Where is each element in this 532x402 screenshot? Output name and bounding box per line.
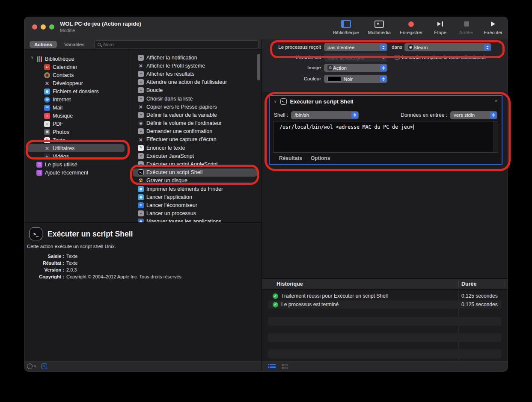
field-key: Copyright :: [24, 273, 64, 280]
action-item-definir-le-volume-de-l-ordinateur[interactable]: ◉Définir le volume de l’ordinateur: [133, 119, 257, 127]
sidebar-item-pdf[interactable]: ≡PDF: [28, 120, 125, 128]
action-item-afficher-les-resultats[interactable]: ▪Afficher les résultats: [133, 70, 257, 78]
action-item-lancer-l-application[interactable]: ☻Lancer l’application: [133, 193, 257, 201]
results-button[interactable]: Résultats: [279, 155, 302, 161]
action-item-boucle[interactable]: ▪Boucle: [133, 86, 257, 95]
color-select[interactable]: Noir: [324, 75, 387, 83]
action-item-lancer-l-economiseur[interactable]: ≈Lancer l’économiseur: [133, 201, 257, 209]
ellipsis-circle-icon[interactable]: …: [27, 364, 33, 369]
toolbar-button-bibliotheque[interactable]: Bibliothèque: [333, 18, 359, 36]
history-row[interactable]: ✓Le processus est terminé0,125 secondes: [268, 300, 502, 309]
stack-view-icon[interactable]: [282, 364, 288, 369]
action-item-executer-javascript[interactable]: ▪Exécuter JavaScript: [133, 152, 257, 160]
automator-icon: ▪: [138, 96, 144, 102]
action-item-demander-une-confirmation[interactable]: ▪Demander une confirmation: [133, 127, 257, 136]
tab-variables[interactable]: Variables: [59, 41, 89, 48]
sidebar-item-bibliotheque[interactable]: ∨Bibliothèque: [28, 55, 125, 63]
sidebar-item-label: Vidéos: [53, 154, 69, 160]
toolbar-button-arreter[interactable]: Arrêter: [458, 18, 475, 36]
screensaver-icon: ≈: [138, 202, 144, 208]
sidebar-item-utilitaires[interactable]: ×Utilitaires: [28, 144, 125, 152]
scrollbar-thumb[interactable]: [257, 54, 260, 80]
sidebar-item-videos[interactable]: ▶Vidéos: [28, 152, 125, 160]
sidebar-item-label: Développeur: [53, 80, 83, 86]
action-item-executer-un-script-applescript[interactable]: ▪Exécuter un script AppleScript: [133, 160, 257, 168]
action-item-executer-un-script-shell[interactable]: >_Exécuter un script Shell: [133, 168, 257, 177]
action-item-definir-la-valeur-de-la-variable[interactable]: ▪Définir la valeur de la variable: [133, 111, 257, 119]
library-columns: ∨Bibliothèque17Calendrier☻Contacts×Dével…: [24, 50, 262, 222]
sidebar-item-mail[interactable]: ✉Mail: [28, 103, 125, 112]
script-editor[interactable]: /usr/local/bin/wol <adresse MAC du PC de…: [273, 121, 498, 153]
utilities-icon: ×: [138, 104, 144, 110]
stepper-icon: [380, 54, 386, 61]
history-header: Historique Durée: [262, 278, 508, 290]
search-input[interactable]: Nom: [94, 40, 259, 48]
workflow-receives-select[interactable]: pas d’entrée: [324, 43, 387, 51]
sidebar-item-developpeur[interactable]: ×Développeur: [28, 79, 125, 87]
sidebar-item-photos[interactable]: ▣Photos: [28, 128, 125, 136]
image-label: Image: [262, 64, 321, 72]
action-item-label: Exécuter un script AppleScript: [146, 161, 218, 167]
minimize-window-button[interactable]: [41, 24, 46, 30]
sidebar-item-label: Texte: [53, 137, 65, 143]
close-window-button[interactable]: [32, 24, 37, 30]
sidebar-item-internet[interactable]: ⊕Internet: [28, 95, 125, 103]
action-block-controls: Shell : /bin/sh Données en entrée : vers…: [270, 110, 502, 120]
action-item-afficher-la-notification[interactable]: ▪Afficher la notification: [133, 53, 257, 62]
action-description-panel: >_ Exécuter un script Shell Cette action…: [24, 222, 262, 361]
screen: WOL PC-de-jeu (Action rapide) Modifié Bi…: [0, 0, 532, 402]
image-select[interactable]: ⊖ Action: [324, 64, 387, 72]
sidebar-item-ajoute-recemment[interactable]: ▢Ajouté récemment: [28, 168, 125, 177]
close-icon[interactable]: ×: [494, 98, 498, 104]
action-item-masquer-toutes-les-applications[interactable]: ☻Masquer toutes les applications: [133, 218, 257, 222]
toolbar-button-multimedia[interactable]: Multimédia: [368, 18, 391, 36]
media-browser-icon: [374, 18, 384, 30]
disclosure-chevron-icon[interactable]: ∨: [31, 55, 34, 59]
toolbar-button-label: Bibliothèque: [333, 30, 359, 36]
variables-toggle-icon[interactable]: ∨: [42, 364, 47, 369]
zoom-window-button[interactable]: [49, 24, 54, 30]
automator-icon: ▪: [138, 79, 144, 85]
shell-select[interactable]: /bin/sh: [291, 111, 359, 119]
music-icon: ♪: [44, 113, 50, 119]
action-item-attendre-une-action-de-l-utilisateur[interactable]: ▪Attendre une action de l’utilisateur: [133, 78, 257, 86]
options-button[interactable]: Options: [311, 155, 330, 161]
column-divider[interactable]: [505, 281, 505, 287]
application-select[interactable]: ◉ Steam: [404, 43, 491, 51]
sidebar-item-le-plus-utilise[interactable]: ▢Le plus utilisé: [28, 160, 125, 168]
sidebar-item-musique[interactable]: ♪Musique: [28, 112, 125, 120]
action-item-effectuer-une-capture-d-ecran[interactable]: ×Effectuer une capture d’écran: [133, 136, 257, 144]
action-item-copier-vers-le-presse-papiers[interactable]: ×Copier vers le Presse-papiers: [133, 103, 257, 111]
sidebar-item-calendrier[interactable]: 17Calendrier: [28, 63, 125, 71]
action-item-enoncer-le-texte[interactable]: ✎Énoncer le texte: [133, 144, 257, 152]
toolbar-button-enregistrer[interactable]: Enregistrer: [400, 18, 423, 36]
color-row: Couleur Noir: [262, 75, 508, 83]
script-scrollbar[interactable]: [493, 121, 498, 152]
photos-icon: ▣: [44, 129, 50, 135]
action-item-imprimer-les-elements-du-finder[interactable]: ☻Imprimer les éléments du Finder: [133, 185, 257, 193]
automator-icon: ▪: [138, 112, 144, 118]
toolbar-button-executer[interactable]: Exécuter: [484, 18, 502, 36]
chevron-down-icon[interactable]: ∨: [34, 364, 36, 368]
output-replaces-checkbox[interactable]: [395, 55, 400, 60]
history-row-text: Traitement réussi pour Exécuter un scrip…: [281, 293, 388, 299]
action-item-choisir-dans-la-liste[interactable]: ▪Choisir dans la liste: [133, 95, 257, 103]
history-row[interactable]: ✓Traitement réussi pour Exécuter un scri…: [268, 292, 502, 300]
disclosure-chevron-icon[interactable]: ∨: [274, 99, 277, 103]
column-divider[interactable]: [458, 281, 459, 287]
log-view-icon[interactable]: [270, 364, 276, 368]
input-data-select[interactable]: vers stdin: [450, 111, 497, 119]
contacts-icon: ☻: [44, 72, 50, 78]
sidebar-item-fichiers-et-dossiers[interactable]: ☻Fichiers et dossiers: [28, 87, 125, 95]
tab-actions[interactable]: Actions: [30, 41, 57, 48]
workflow-pane: Le processus reçoit pas d’entrée dans ◉ …: [262, 39, 508, 371]
action-item-afficher-le-profil-systeme[interactable]: ×Afficher le Profil système: [133, 62, 257, 70]
description-field: Saisie :Texte: [24, 253, 259, 260]
shell-script-action-block[interactable]: ∨ >_ Exécuter un script Shell × Shell : …: [269, 95, 502, 165]
toolbar-button-etape[interactable]: Étape: [432, 18, 449, 36]
sidebar-item-texte[interactable]: ✎Texte: [28, 136, 125, 144]
output-replaces-label: La sortie remplace le texte sélectionné: [402, 53, 486, 62]
action-item-graver-un-disque[interactable]: ☢Graver un disque: [133, 177, 257, 185]
action-item-lancer-un-processus[interactable]: ▪Lancer un processus: [133, 210, 257, 218]
sidebar-item-contacts[interactable]: ☻Contacts: [28, 71, 125, 79]
